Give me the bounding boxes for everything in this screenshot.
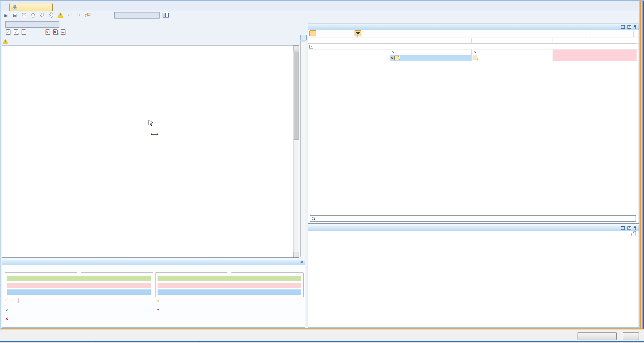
display-select[interactable]	[114, 12, 160, 19]
summary-titlebar: ×	[2, 259, 305, 265]
reject-change-icon[interactable]	[46, 29, 50, 35]
table-row[interactable]	[308, 50, 639, 55]
float-icon[interactable]	[627, 25, 631, 29]
hierarchy-icon	[12, 5, 17, 9]
target-cell-empty[interactable]	[553, 55, 637, 61]
source-cell[interactable]	[390, 50, 472, 55]
legend-conflict-user: ♦	[157, 299, 162, 303]
accept-change-icon[interactable]	[6, 29, 10, 35]
deleted-bar	[7, 283, 151, 288]
control-flow-icon	[391, 50, 396, 54]
expand-selection-icon[interactable]: ⊞	[3, 12, 9, 18]
target-cell-empty[interactable]	[553, 50, 637, 55]
tree-scrollbar[interactable]	[293, 45, 299, 257]
search-icon	[312, 217, 315, 220]
red-diamond-icon: ♦	[157, 307, 159, 311]
dialog-button-bar	[0, 330, 644, 341]
rejected-icon: ×	[391, 56, 394, 61]
tooltip	[151, 133, 158, 135]
properties-filter-select[interactable]	[590, 31, 634, 37]
property-name	[308, 50, 390, 55]
collapse-all-icon[interactable]	[342, 30, 349, 36]
legend-inner-changes	[5, 298, 22, 303]
tab-merged-result[interactable]	[9, 3, 53, 11]
modified-bar	[7, 289, 151, 295]
column-header[interactable]	[308, 38, 390, 43]
sort-alphabetically-icon[interactable]	[318, 30, 325, 36]
expand-all-icon[interactable]	[334, 30, 341, 36]
filter-properties-box[interactable]	[310, 215, 636, 222]
column-header[interactable]	[390, 38, 472, 43]
legend-rejected: ×	[5, 316, 11, 321]
x-icon: ×	[5, 316, 8, 321]
compare-icon	[367, 30, 373, 36]
change-marker-column[interactable]	[300, 41, 305, 257]
added-bar	[7, 276, 151, 281]
previous-change-icon[interactable]	[30, 12, 36, 18]
table-header	[308, 38, 639, 44]
specification-table: - ×	[308, 38, 639, 61]
change-details-panel	[308, 225, 639, 328]
accept-with-dependencies-icon[interactable]	[14, 29, 18, 35]
background-window-statusbar: •	[0, 341, 644, 343]
pin-icon[interactable]	[634, 226, 637, 230]
first-change-icon[interactable]	[21, 12, 27, 18]
legend-options-icon[interactable]	[163, 12, 169, 18]
legend-accepted: ✓	[5, 307, 12, 313]
scroll-up-icon[interactable]	[293, 45, 299, 51]
unlock-icon[interactable]	[632, 233, 636, 236]
deleted-bar	[158, 283, 301, 288]
check-icon: ✓	[5, 307, 9, 313]
merged-model-tree-panel	[2, 45, 299, 258]
collapse-selection-icon[interactable]: ⊟	[12, 12, 18, 18]
close-icon[interactable]: ×	[300, 260, 303, 264]
hatch-swatch-icon	[5, 298, 19, 303]
activity-icon	[394, 56, 400, 60]
specification-titlebar	[308, 24, 639, 30]
property-name	[308, 55, 390, 61]
scrollbar-thumb[interactable]	[294, 52, 299, 140]
specification-toolbar	[308, 30, 639, 37]
help-button[interactable]	[623, 332, 639, 340]
next-change-icon[interactable]	[39, 12, 45, 18]
window-right-border	[639, 1, 644, 329]
expander-icon[interactable]: -	[309, 45, 313, 49]
column-header[interactable]	[472, 38, 553, 43]
redo-icon[interactable]: ↷	[76, 12, 82, 18]
column-header[interactable]	[553, 38, 637, 43]
jump-to-marker-button[interactable]	[300, 35, 307, 40]
source-differences-title	[77, 270, 81, 274]
yellow-diamond-icon: ♦	[157, 299, 159, 303]
scroll-down-icon[interactable]	[293, 252, 299, 257]
restore-icon[interactable]	[621, 226, 625, 230]
target-differences-box	[155, 272, 304, 297]
float-icon[interactable]	[627, 226, 631, 230]
next-conflict-icon[interactable]	[57, 12, 63, 18]
ancestor-cell[interactable]	[472, 50, 553, 55]
pin-icon[interactable]	[634, 25, 637, 29]
filter-icon[interactable]	[355, 30, 361, 36]
added-bar	[158, 276, 301, 281]
ancestor-cell[interactable]	[472, 55, 553, 61]
change-details-titlebar	[308, 225, 639, 231]
legend-conflict-system: ♦	[157, 307, 162, 311]
finish-merging-button[interactable]	[578, 332, 617, 340]
source-cell[interactable]: ×	[390, 55, 472, 61]
categorized-view-icon[interactable]	[309, 30, 316, 36]
table-row[interactable]: ×	[308, 55, 639, 61]
undo-icon[interactable]: ↶	[66, 12, 73, 18]
restore-icon[interactable]	[621, 25, 625, 29]
property-group-row[interactable]: -	[308, 44, 639, 50]
activity-icon	[473, 56, 478, 60]
source-differences-box	[5, 272, 153, 297]
reject-recursively-icon[interactable]	[61, 29, 65, 35]
specification-panel: - ×	[308, 24, 639, 224]
reject-with-dependencies-icon[interactable]	[53, 29, 58, 35]
mouse-cursor	[148, 119, 155, 127]
merge-diagram-icon[interactable]	[85, 12, 91, 18]
last-change-icon[interactable]	[48, 12, 54, 18]
filter-properties-input[interactable]	[316, 216, 634, 221]
highlight-select[interactable]	[5, 21, 59, 28]
merge-dialog: ⊞ ⊟ ↶ ↷	[0, 0, 644, 343]
accept-recursively-icon[interactable]	[22, 29, 26, 35]
